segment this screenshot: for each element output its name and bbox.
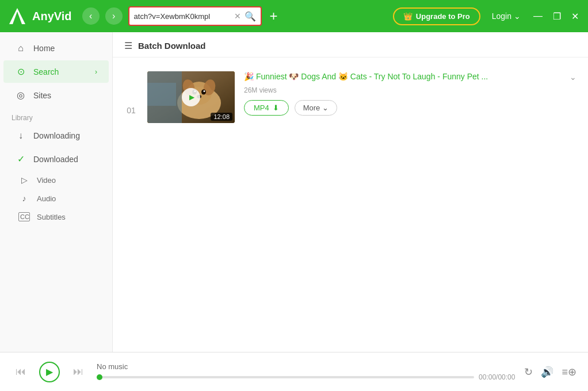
sidebar-item-search[interactable]: ⊙ Search › [3, 60, 109, 83]
result-title: 🎉 Funniest 🐶 Dogs And 🐱 Cats - Try Not T… [244, 71, 566, 83]
search-clear-icon[interactable]: ✕ [234, 12, 241, 21]
login-label: Login [492, 12, 511, 21]
search-submit-icon[interactable]: 🔍 [245, 11, 256, 22]
progress-bar[interactable] [97, 376, 474, 378]
main-layout: ⌂ Home ⊙ Search › ◎ Sites Library ↓ Down… [0, 32, 588, 352]
result-thumbnail[interactable]: ▶ 12:08 [147, 71, 235, 123]
sidebar-item-home[interactable]: ⌂ Home [3, 37, 109, 59]
player-volume-button[interactable]: 🔊 [541, 366, 553, 378]
mp4-label: MP4 [254, 103, 269, 112]
svg-rect-13 [147, 83, 176, 106]
result-title-row: 🎉 Funniest 🐶 Dogs And 🐱 Cats - Try Not T… [244, 71, 576, 83]
svg-point-8 [201, 90, 206, 95]
content-body: 01 [113, 57, 588, 352]
player-prev-button[interactable]: ⏮ [12, 363, 30, 381]
sites-icon: ◎ [15, 90, 26, 101]
video-icon: ▷ [18, 175, 30, 185]
login-button[interactable]: Login ⌄ [492, 12, 521, 21]
nav-back-button[interactable]: ‹ [82, 7, 100, 25]
content-title: Batch Download [138, 41, 206, 51]
sidebar-item-audio[interactable]: ♪ Audio [0, 189, 112, 208]
sidebar-subtitles-label: Subtitles [37, 213, 66, 221]
nav-forward-button[interactable]: › [105, 7, 123, 25]
window-controls: — ❐ ✕ [531, 10, 581, 23]
player-next-button[interactable]: ⏭ [69, 363, 87, 381]
player-track-title: No music [97, 362, 515, 371]
close-button[interactable]: ✕ [569, 10, 581, 23]
player-play-button[interactable]: ▶ [39, 362, 60, 382]
sidebar-home-label: Home [33, 44, 55, 53]
sidebar-video-label: Video [37, 176, 56, 185]
result-expand-icon[interactable]: ⌄ [570, 72, 576, 82]
login-chevron-icon: ⌄ [514, 12, 521, 21]
sidebar-item-sites[interactable]: ◎ Sites [3, 84, 109, 106]
sidebar: ⌂ Home ⊙ Search › ◎ Sites Library ↓ Down… [0, 32, 113, 352]
more-options-button[interactable]: More ⌄ [295, 100, 338, 116]
sidebar-search-label: Search [33, 67, 59, 76]
app-title: AnyVid [32, 10, 72, 23]
content-area: ☰ Batch Download 01 [113, 32, 588, 352]
sidebar-sites-label: Sites [33, 91, 51, 100]
downloaded-icon: ✓ [15, 154, 26, 164]
download-arrow-icon: ⬇ [273, 103, 279, 112]
app-logo-icon [7, 6, 28, 26]
search-nav-icon: ⊙ [15, 66, 26, 77]
sidebar-downloaded-label: Downloaded [33, 155, 78, 164]
search-arrow-icon: › [95, 68, 97, 76]
search-input[interactable] [134, 12, 231, 21]
add-url-button[interactable]: + [268, 8, 280, 24]
play-overlay-button[interactable]: ▶ [182, 88, 200, 106]
upgrade-label: Upgrade to Pro [416, 12, 470, 21]
search-result-item: 01 [124, 67, 576, 128]
result-views: 26M views [244, 86, 576, 94]
progress-dot [97, 374, 102, 380]
result-actions: MP4 ⬇ More ⌄ [244, 100, 576, 116]
player-time: 00:00/00:00 [479, 373, 515, 381]
player-queue-button[interactable]: ≡⊕ [562, 366, 576, 378]
logo-area: AnyVid [7, 6, 72, 26]
library-section-label: Library [0, 107, 112, 124]
search-bar: ✕ 🔍 [128, 6, 262, 26]
minimize-button[interactable]: — [531, 10, 545, 23]
player-info: No music 00:00/00:00 [97, 362, 515, 381]
crown-icon: 👑 [403, 12, 413, 21]
audio-icon: ♪ [18, 194, 30, 203]
maximize-button[interactable]: ❐ [551, 10, 563, 23]
sidebar-downloading-label: Downloading [33, 131, 80, 140]
more-label: More [303, 103, 320, 112]
subtitles-icon: CC [18, 212, 30, 221]
mp4-download-button[interactable]: MP4 ⬇ [244, 100, 289, 116]
result-number: 01 [124, 71, 138, 115]
player-progress: 00:00/00:00 [97, 373, 515, 381]
sidebar-item-video[interactable]: ▷ Video [0, 171, 112, 189]
sidebar-item-subtitles[interactable]: CC Subtitles [0, 208, 112, 226]
more-chevron-icon: ⌄ [322, 103, 329, 112]
duration-badge: 12:08 [211, 113, 232, 121]
sidebar-item-downloaded[interactable]: ✓ Downloaded [3, 148, 109, 170]
sidebar-item-downloading[interactable]: ↓ Downloading [3, 125, 109, 147]
player-bar: ⏮ ▶ ⏭ No music 00:00/00:00 ↻ 🔊 ≡⊕ [0, 352, 588, 391]
batch-download-icon: ☰ [124, 40, 132, 51]
player-repeat-button[interactable]: ↻ [524, 366, 533, 378]
sidebar-audio-label: Audio [37, 194, 56, 203]
svg-point-10 [204, 90, 205, 92]
content-header: ☰ Batch Download [113, 32, 588, 57]
result-info: 🎉 Funniest 🐶 Dogs And 🐱 Cats - Try Not T… [244, 71, 576, 116]
titlebar: AnyVid ‹ › ✕ 🔍 + 👑 Upgrade to Pro Login … [0, 0, 588, 32]
player-right-controls: ↻ 🔊 ≡⊕ [524, 366, 576, 378]
upgrade-button[interactable]: 👑 Upgrade to Pro [393, 7, 480, 25]
downloading-icon: ↓ [15, 131, 26, 141]
home-icon: ⌂ [15, 43, 26, 53]
